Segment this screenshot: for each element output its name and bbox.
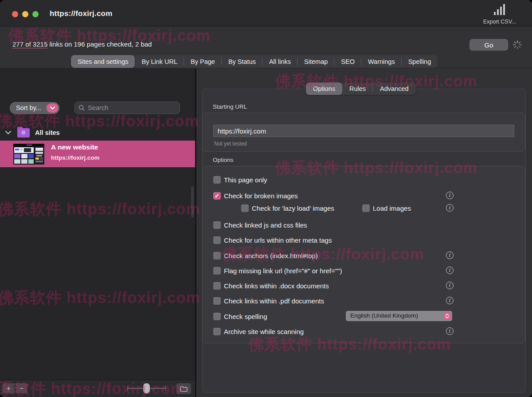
info-icon[interactable]: i [446, 267, 454, 274]
checkbox-unchecked[interactable] [213, 236, 221, 244]
main-tab-bar: Sites and settings By Link URL By Page B… [71, 55, 438, 68]
option-check-broken-images[interactable]: ✓ Check for broken images i [213, 191, 518, 200]
starting-url-label: Starting URL [213, 103, 247, 110]
progress-spinner-icon [512, 40, 522, 50]
site-list-item-selected[interactable]: A new website https://foxirj.com [0, 141, 195, 167]
info-icon[interactable]: i [446, 327, 454, 335]
option-docx-documents[interactable]: Check links within .docx documents i [213, 281, 518, 290]
site-search-field[interactable] [74, 102, 180, 114]
minimize-window-icon[interactable] [22, 11, 28, 17]
option-flag-missing-url[interactable]: Flag missing link url (href="#" or href=… [213, 266, 518, 275]
title-bar: https://foxirj.com Export CSV... [0, 0, 532, 27]
starting-url-group: Not yet tested [202, 113, 525, 152]
slider-thumb[interactable] [143, 383, 150, 393]
checkbox-unchecked[interactable] [213, 267, 221, 275]
all-sites-label: All sites [35, 129, 60, 136]
checked-links-link[interactable]: 277 of 3215 [12, 40, 47, 48]
status-row: 277 of 3215 links on 196 pages checked, … [0, 27, 532, 55]
add-site-button[interactable]: + [3, 383, 15, 393]
option-lazy-load-row: Check for 'lazy load' images Load images… [213, 204, 518, 212]
sidebar-footer-bar: + − [0, 380, 195, 397]
tab-by-link-url[interactable]: By Link URL [135, 55, 184, 68]
site-url: https://foxirj.com [51, 154, 100, 161]
export-csv-button[interactable]: Export CSV... [475, 4, 524, 25]
dropdown-stepper-icon [443, 312, 451, 320]
tab-sites-and-settings[interactable]: Sites and settings [71, 55, 135, 68]
disclosure-chevron-icon[interactable] [5, 131, 11, 134]
close-window-icon[interactable] [12, 11, 18, 17]
status-text-rest: links on 196 pages checked, 2 bad [47, 40, 152, 48]
option-load-images[interactable]: Load images [362, 204, 411, 212]
checkbox-checked[interactable]: ✓ [213, 192, 221, 200]
spelling-language-dropdown[interactable]: English (United Kingdom) [346, 311, 452, 321]
info-icon[interactable]: i [446, 282, 454, 289]
info-icon[interactable]: i [446, 297, 454, 304]
settings-tab-bar: Options Rules Advanced [306, 83, 416, 95]
tab-advanced[interactable]: Advanced [373, 83, 416, 95]
option-lazy-load-images[interactable]: Check for 'lazy load' images [241, 204, 334, 212]
option-pdf-documents[interactable]: Check links within .pdf documents i [213, 296, 518, 305]
tab-options[interactable]: Options [306, 83, 342, 95]
all-sites-group-row[interactable]: ⚙ All sites [0, 125, 195, 140]
selected-language: English (United Kingdom) [350, 312, 418, 319]
tab-seo[interactable]: SEO [334, 55, 361, 68]
app-window: https://foxirj.com Export CSV... 277 of … [0, 0, 532, 397]
sort-by-dropdown[interactable]: Sort by... [10, 102, 59, 114]
chevron-down-icon [47, 103, 58, 113]
remove-site-button[interactable]: − [16, 383, 27, 393]
checkbox-unchecked[interactable] [241, 204, 249, 212]
go-button[interactable]: Go [469, 39, 508, 51]
option-check-meta-tags[interactable]: Check for urls within other meta tags [213, 236, 518, 244]
sidebar-scrollbar[interactable] [191, 186, 194, 217]
checkbox-unchecked[interactable] [362, 204, 370, 212]
option-check-spelling[interactable]: Check spelling English (United Kingdom) [213, 312, 518, 321]
search-icon [78, 105, 85, 111]
settings-panel: Options Rules Advanced Starting URL Not … [196, 68, 532, 397]
sort-by-label: Sort by... [16, 104, 41, 111]
info-icon[interactable]: i [446, 252, 454, 259]
checkbox-unchecked[interactable] [213, 221, 221, 229]
info-icon[interactable]: i [446, 192, 454, 199]
site-title: A new website [51, 143, 98, 151]
search-input[interactable] [88, 104, 176, 111]
tab-sitemap[interactable]: Sitemap [297, 55, 334, 68]
option-check-anchors[interactable]: Check anchors (index.html#top) i [213, 251, 518, 260]
starting-url-input[interactable] [213, 125, 514, 137]
zoom-window-icon[interactable] [32, 11, 39, 17]
url-test-status: Not yet tested [214, 141, 247, 147]
options-group: This page only ✓ Check for broken images… [202, 166, 525, 343]
option-check-js-css[interactable]: Check linked js and css files [213, 220, 518, 229]
tab-rules[interactable]: Rules [342, 83, 373, 95]
option-archive-site[interactable]: Archive site while scanning i [213, 327, 518, 336]
option-this-page-only[interactable]: This page only [213, 175, 518, 184]
checkbox-unchecked[interactable] [213, 176, 221, 184]
sites-sidebar: Sort by... ⚙ All sites [0, 68, 195, 397]
checkbox-unchecked[interactable] [213, 282, 221, 290]
info-icon[interactable]: i [446, 204, 454, 212]
options-label: Options [213, 157, 234, 163]
tab-by-page[interactable]: By Page [184, 55, 222, 68]
scan-status-text: 277 of 3215 links on 196 pages checked, … [12, 40, 152, 48]
tab-by-status[interactable]: By Status [222, 55, 262, 68]
site-thumbnail [13, 144, 44, 165]
export-csv-label: Export CSV... [475, 19, 524, 25]
checkbox-unchecked[interactable] [213, 328, 221, 335]
folder-icon [180, 386, 187, 391]
checkbox-unchecked[interactable] [213, 297, 221, 305]
tab-warnings[interactable]: Warnings [361, 55, 402, 68]
smart-folder-icon: ⚙ [17, 128, 30, 138]
thumbnail-size-slider[interactable] [127, 383, 166, 394]
tab-all-links[interactable]: All links [262, 55, 297, 68]
bar-chart-icon [493, 4, 506, 16]
tab-spelling[interactable]: Spelling [402, 55, 438, 68]
window-title: https://foxirj.com [50, 9, 113, 18]
reveal-folder-button[interactable] [176, 383, 191, 394]
checkbox-unchecked[interactable] [213, 252, 221, 259]
checkbox-unchecked[interactable] [213, 313, 221, 320]
